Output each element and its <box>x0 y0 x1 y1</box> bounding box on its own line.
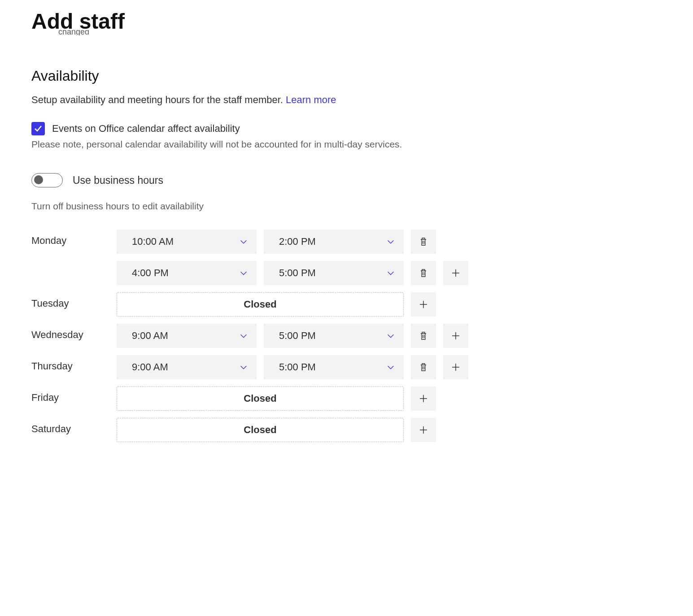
delete-slot-button[interactable] <box>411 261 436 285</box>
closed-slot: Closed <box>117 386 436 411</box>
plus-icon <box>450 330 461 341</box>
business-hours-hint: Turn off business hours to edit availabi… <box>31 201 693 212</box>
delete-slot-button[interactable] <box>411 324 436 348</box>
chevron-down-icon <box>386 331 396 341</box>
add-slot-button[interactable] <box>443 324 468 348</box>
chevron-down-icon <box>386 237 396 247</box>
day-row: TuesdayClosed <box>31 292 693 317</box>
start-time-value: 9:00 AM <box>132 361 168 373</box>
start-time-select[interactable]: 9:00 AM <box>117 324 257 348</box>
plus-icon <box>418 299 429 310</box>
availability-description-text: Setup availability and meeting hours for… <box>31 94 283 105</box>
use-business-hours-toggle[interactable] <box>31 173 63 187</box>
day-slots: Closed <box>117 418 436 442</box>
day-row: Monday10:00 AM2:00 PM4:00 PM5:00 PM <box>31 230 693 285</box>
clipped-text-above: changed <box>58 30 693 35</box>
learn-more-link[interactable]: Learn more <box>286 94 336 105</box>
time-slot: 10:00 AM2:00 PM <box>117 230 468 254</box>
end-time-select[interactable]: 5:00 PM <box>264 261 404 285</box>
start-time-value: 10:00 AM <box>132 236 174 247</box>
start-time-select[interactable]: 9:00 AM <box>117 355 257 379</box>
day-row: SaturdayClosed <box>31 418 693 442</box>
end-time-select[interactable]: 5:00 PM <box>264 355 404 379</box>
day-slots: 9:00 AM5:00 PM <box>117 355 468 379</box>
check-icon <box>34 124 43 133</box>
schedule-table: Monday10:00 AM2:00 PM4:00 PM5:00 PMTuesd… <box>31 230 693 448</box>
time-slot: 9:00 AM5:00 PM <box>117 355 468 379</box>
chevron-down-icon <box>239 268 248 278</box>
day-label: Thursday <box>31 355 117 372</box>
day-label: Saturday <box>31 418 117 435</box>
add-slot-button[interactable] <box>411 292 436 317</box>
availability-description: Setup availability and meeting hours for… <box>31 94 693 106</box>
plus-icon <box>450 362 461 373</box>
use-business-hours-label: Use business hours <box>73 174 163 187</box>
chevron-down-icon <box>239 362 248 372</box>
start-time-select[interactable]: 10:00 AM <box>117 230 257 254</box>
chevron-down-icon <box>386 268 396 278</box>
day-label: Wednesday <box>31 324 117 341</box>
add-slot-button[interactable] <box>411 418 436 442</box>
events-affect-availability-checkbox[interactable] <box>31 122 45 135</box>
start-time-value: 4:00 PM <box>132 267 169 279</box>
toggle-knob <box>34 175 43 184</box>
plus-icon <box>418 393 429 404</box>
day-slots: Closed <box>117 292 436 317</box>
time-slot: 9:00 AM5:00 PM <box>117 324 468 348</box>
delete-slot-button[interactable] <box>411 355 436 379</box>
trash-icon <box>418 362 429 373</box>
end-time-value: 5:00 PM <box>279 361 316 373</box>
trash-icon <box>418 236 429 247</box>
end-time-select[interactable]: 2:00 PM <box>264 230 404 254</box>
day-slots: Closed <box>117 386 436 411</box>
closed-slot: Closed <box>117 418 436 442</box>
day-label: Friday <box>31 386 117 403</box>
end-time-value: 5:00 PM <box>279 267 316 279</box>
add-slot-button[interactable] <box>443 261 468 285</box>
calendar-note: Please note, personal calendar availabil… <box>31 139 693 150</box>
plus-icon <box>418 425 429 435</box>
add-slot-button[interactable] <box>411 386 436 411</box>
chevron-down-icon <box>239 331 248 341</box>
end-time-value: 5:00 PM <box>279 330 316 342</box>
start-time-select[interactable]: 4:00 PM <box>117 261 257 285</box>
availability-heading: Availability <box>31 68 693 84</box>
trash-icon <box>418 330 429 341</box>
day-row: FridayClosed <box>31 386 693 411</box>
day-label: Monday <box>31 230 117 247</box>
chevron-down-icon <box>239 237 248 247</box>
day-row: Wednesday9:00 AM5:00 PM <box>31 324 693 348</box>
closed-indicator: Closed <box>117 386 404 411</box>
end-time-value: 2:00 PM <box>279 236 316 247</box>
end-time-select[interactable]: 5:00 PM <box>264 324 404 348</box>
day-row: Thursday9:00 AM5:00 PM <box>31 355 693 379</box>
plus-icon <box>450 268 461 278</box>
closed-indicator: Closed <box>117 418 404 442</box>
day-slots: 9:00 AM5:00 PM <box>117 324 468 348</box>
start-time-value: 9:00 AM <box>132 330 168 342</box>
time-slot: 4:00 PM5:00 PM <box>117 261 468 285</box>
chevron-down-icon <box>386 362 396 372</box>
delete-slot-button[interactable] <box>411 230 436 254</box>
day-label: Tuesday <box>31 292 117 309</box>
day-slots: 10:00 AM2:00 PM4:00 PM5:00 PM <box>117 230 468 285</box>
closed-indicator: Closed <box>117 292 404 317</box>
closed-slot: Closed <box>117 292 436 317</box>
add-slot-button[interactable] <box>443 355 468 379</box>
trash-icon <box>418 268 429 278</box>
events-checkbox-label: Events on Office calendar affect availab… <box>52 123 240 134</box>
